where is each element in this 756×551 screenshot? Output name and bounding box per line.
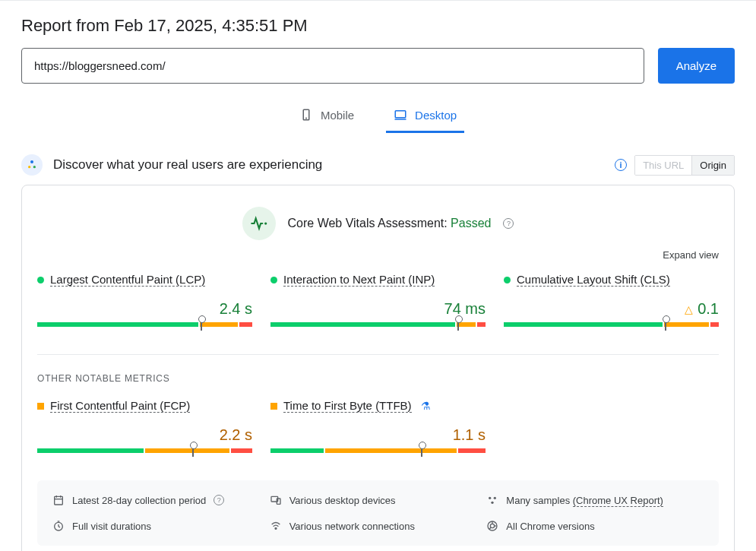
svg-point-6 — [33, 166, 36, 168]
flask-icon: ⚗ — [421, 400, 431, 412]
other-metrics-label: OTHER NOTABLE METRICS — [37, 373, 719, 384]
chrome-ux-report-link[interactable]: (Chrome UX Report) — [573, 495, 663, 507]
metric-inp: Interaction to Next Paint (INP) 74 ms — [270, 273, 486, 327]
scope-toggle: This URL Origin — [634, 155, 735, 176]
help-icon[interactable]: ? — [503, 218, 514, 229]
metric-fcp-name[interactable]: First Contentful Paint (FCP) — [50, 399, 190, 413]
analyze-button[interactable]: Analyze — [658, 48, 735, 84]
expand-view-link[interactable]: Expand view — [37, 249, 719, 261]
svg-point-16 — [492, 502, 494, 504]
svg-rect-8 — [55, 496, 63, 505]
discover-heading: Discover what your real users are experi… — [53, 157, 322, 173]
status-dot-green — [504, 277, 511, 283]
svg-line-26 — [489, 527, 491, 530]
svg-point-23 — [491, 524, 495, 527]
status-square-orange — [270, 403, 277, 410]
svg-point-15 — [494, 497, 496, 499]
metric-fcp-value: 2.2 s — [220, 426, 252, 444]
scope-origin[interactable]: Origin — [691, 156, 734, 175]
svg-line-19 — [59, 527, 60, 527]
divider — [37, 354, 719, 355]
status-dot-green — [37, 277, 44, 283]
tab-desktop-label: Desktop — [415, 109, 457, 122]
metric-lcp: Largest Contentful Paint (LCP) 2.4 s — [37, 273, 252, 327]
svg-point-5 — [28, 166, 30, 168]
bar-marker — [665, 318, 666, 331]
metric-cls-bar — [504, 322, 719, 327]
metric-inp-bar — [270, 322, 486, 327]
footer-versions: All Chrome versions — [506, 521, 594, 532]
metric-inp-name[interactable]: Interaction to Next Paint (INP) — [283, 273, 435, 287]
network-icon — [270, 520, 282, 532]
metric-lcp-value: 2.4 s — [220, 300, 252, 318]
discover-icon — [21, 154, 43, 176]
tab-mobile[interactable]: Mobile — [292, 102, 362, 133]
mobile-icon — [299, 108, 313, 122]
report-title: Report from Feb 17, 2025, 4:35:51 PM — [21, 16, 735, 36]
footer-devices: Various desktop devices — [289, 495, 396, 506]
footer-durations: Full visit durations — [72, 521, 151, 532]
metric-ttfb: Time to First Byte (TTFB) ⚗ 1.1 s — [270, 399, 486, 453]
metric-cls-value: 0.1 — [697, 300, 719, 318]
tab-desktop[interactable]: Desktop — [386, 102, 464, 133]
scope-this-url[interactable]: This URL — [635, 156, 691, 175]
metric-ttfb-bar — [270, 448, 486, 453]
vitals-pulse-icon — [242, 207, 276, 240]
cwv-assessment-title: Core Web Vitals Assessment: Passed — [288, 217, 492, 230]
status-square-orange — [37, 403, 44, 410]
status-dot-green — [270, 277, 277, 283]
metric-fcp: First Contentful Paint (FCP) 2.2 s — [37, 399, 252, 453]
desktop-icon — [394, 108, 407, 122]
metric-cls-name[interactable]: Cumulative Layout Shift (CLS) — [517, 273, 670, 287]
url-input[interactable] — [21, 48, 644, 84]
devices-icon — [270, 494, 282, 506]
metric-ttfb-value: 1.1 s — [453, 426, 486, 444]
chrome-icon — [486, 520, 498, 532]
bar-marker — [421, 445, 422, 457]
samples-icon — [486, 494, 498, 506]
svg-point-21 — [275, 527, 277, 529]
svg-point-1 — [306, 118, 307, 119]
cwv-status: Passed — [451, 217, 491, 230]
footer-samples-text: Many samples — [506, 495, 572, 506]
collection-details: Latest 28-day collection period ? Variou… — [37, 480, 719, 546]
svg-point-7 — [264, 222, 267, 224]
svg-point-14 — [489, 497, 491, 499]
calendar-icon — [52, 494, 65, 506]
tab-mobile-label: Mobile — [321, 109, 354, 122]
metric-fcp-bar — [37, 448, 252, 453]
bar-marker — [457, 318, 459, 331]
metric-cls: Cumulative Layout Shift (CLS) △0.1 — [504, 273, 719, 327]
metric-inp-value: 74 ms — [444, 300, 486, 318]
footer-period: Latest 28-day collection period — [72, 495, 206, 506]
vitals-card: Core Web Vitals Assessment: Passed ? Exp… — [21, 185, 735, 551]
metric-ttfb-name[interactable]: Time to First Byte (TTFB) — [283, 399, 412, 413]
svg-point-4 — [30, 160, 33, 163]
help-icon[interactable]: ? — [214, 495, 224, 505]
bar-marker — [192, 445, 194, 457]
metric-lcp-name[interactable]: Largest Contentful Paint (LCP) — [50, 273, 205, 287]
svg-rect-2 — [395, 111, 406, 118]
clock-icon — [52, 520, 65, 532]
metric-lcp-bar — [37, 322, 252, 327]
info-icon[interactable]: i — [615, 159, 627, 171]
footer-network: Various network connections — [289, 521, 415, 532]
device-tabs: Mobile Desktop — [21, 102, 735, 133]
warning-icon: △ — [685, 303, 693, 315]
bar-marker — [201, 318, 202, 331]
